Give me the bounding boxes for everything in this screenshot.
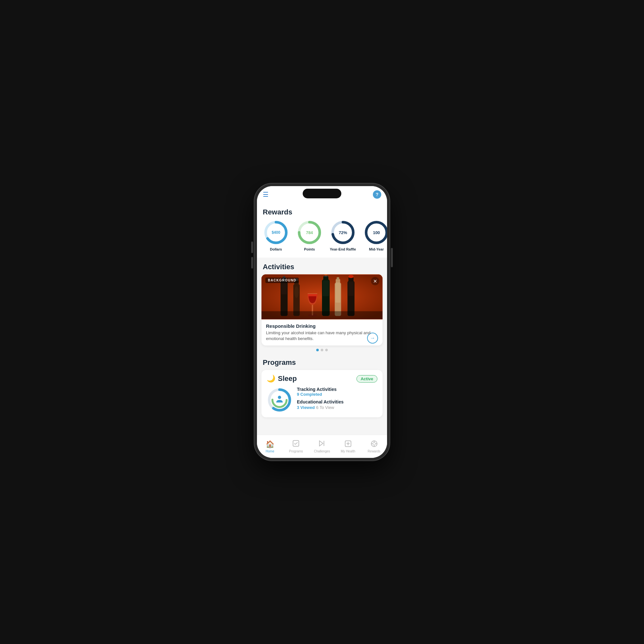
challenges-nav-label: Challenges [314, 450, 330, 453]
midyear-value: 100 [373, 230, 380, 235]
activities-section: Activities [257, 258, 387, 353]
raffle-donut: 72% [330, 220, 356, 245]
rewards-icon [371, 440, 378, 449]
svg-marker-39 [319, 441, 323, 446]
programs-icon [292, 440, 299, 449]
activity-image: BACKGROUND × [261, 274, 383, 319]
svg-point-37 [278, 396, 281, 399]
midyear-label: Mid-Year [369, 247, 384, 251]
svg-point-31 [348, 275, 354, 278]
activity-description: Limiting your alcohol intake can have ma… [266, 330, 378, 342]
midyear-donut: 100 [364, 220, 387, 245]
program-header: 🌙 Sleep Active [267, 374, 377, 383]
program-donut-center [275, 395, 284, 405]
home-icon: 🏠 [266, 440, 274, 449]
help-icon[interactable]: ? [373, 190, 381, 199]
education-stat-row: Educational Activities 3 Viewed 6 To Vie… [297, 399, 377, 410]
nav-challenges[interactable]: Challenges [309, 440, 335, 453]
reward-item-midyear[interactable]: 100 Mid-Year [362, 220, 387, 251]
nav-my-health[interactable]: My Health [335, 440, 361, 453]
activity-card: BACKGROUND × Responsible Drinking Limiti… [261, 274, 383, 346]
rewards-nav-label: Rewards [368, 450, 380, 453]
education-label: Educational Activities [297, 399, 377, 404]
dot-1[interactable] [316, 349, 319, 351]
svg-rect-33 [261, 311, 383, 319]
notch [303, 189, 341, 198]
dollars-label: Dollars [270, 247, 282, 251]
education-to-view: 6 To View [316, 405, 334, 410]
svg-rect-27 [337, 277, 339, 280]
svg-rect-24 [323, 280, 329, 296]
menu-icon[interactable]: ☰ [263, 191, 269, 198]
phone-frame: ☰ ? Rewards [254, 184, 390, 460]
education-viewed: 3 Viewed [297, 405, 315, 410]
tracking-value: 9 Completed [297, 392, 377, 397]
phone-screen: ☰ ? Rewards [257, 186, 387, 458]
volume-buttons [251, 241, 253, 269]
program-name: 🌙 Sleep [267, 374, 297, 383]
dollars-value: $400 [272, 230, 280, 235]
bottom-spacer [257, 422, 387, 428]
activity-close-button[interactable]: × [371, 277, 379, 285]
nav-home[interactable]: 🏠 Home [257, 440, 283, 453]
program-donut [267, 387, 292, 413]
svg-rect-28 [336, 283, 341, 302]
nav-rewards[interactable]: Rewards [361, 440, 387, 453]
top-bar: ☰ ? [257, 186, 387, 203]
tracking-label: Tracking Activities [297, 387, 377, 392]
power-button [391, 248, 393, 267]
svg-point-45 [373, 442, 375, 445]
reward-item-points[interactable]: 784 Points [295, 220, 324, 251]
rewards-title: Rewards [257, 203, 387, 220]
carousel-dots [257, 346, 387, 353]
programs-title: Programs [257, 353, 387, 370]
raffle-label: Year-End Raffle [330, 247, 356, 251]
program-card-sleep: 🌙 Sleep Active [261, 370, 383, 417]
reward-item-raffle[interactable]: 72% Year-End Raffle [328, 220, 357, 251]
reward-item-dollars[interactable]: $400 Dollars [261, 220, 290, 251]
raffle-value: 72% [339, 230, 347, 235]
svg-rect-32 [348, 282, 354, 296]
svg-rect-12 [281, 282, 287, 295]
program-body: Tracking Activities 9 Completed Educatio… [267, 387, 377, 413]
dot-3[interactable] [325, 349, 328, 351]
tracking-stat-row: Tracking Activities 9 Completed [297, 387, 377, 397]
programs-nav-label: Programs [289, 450, 303, 453]
svg-point-16 [294, 286, 299, 298]
my-health-nav-label: My Health [341, 450, 355, 453]
program-name-label: Sleep [278, 374, 297, 383]
moon-icon: 🌙 [267, 374, 275, 383]
home-label: Home [266, 450, 274, 453]
activity-body: Responsible Drinking Limiting your alcoh… [261, 319, 383, 346]
main-content: Rewards $400 Dollars [257, 203, 387, 435]
svg-rect-26 [336, 279, 340, 284]
rewards-row: $400 Dollars 784 Points [257, 220, 387, 254]
bottom-nav: 🏠 Home Programs [257, 435, 387, 458]
dot-2[interactable] [321, 349, 323, 351]
points-donut: 784 [297, 220, 322, 245]
activity-badge: BACKGROUND [265, 278, 299, 283]
challenges-icon [318, 440, 326, 449]
points-label: Points [304, 247, 315, 251]
programs-section: Programs 🌙 Sleep Active [257, 353, 387, 417]
rewards-section: Rewards $400 Dollars [257, 203, 387, 258]
nav-programs[interactable]: Programs [283, 440, 309, 453]
points-value: 784 [306, 230, 313, 235]
my-health-icon [345, 440, 352, 449]
activities-title: Activities [257, 258, 387, 274]
dollars-donut: $400 [263, 220, 289, 245]
program-stats: Tracking Activities 9 Completed Educatio… [297, 387, 377, 413]
program-active-badge: Active [356, 375, 377, 383]
activity-title: Responsible Drinking [266, 323, 378, 329]
